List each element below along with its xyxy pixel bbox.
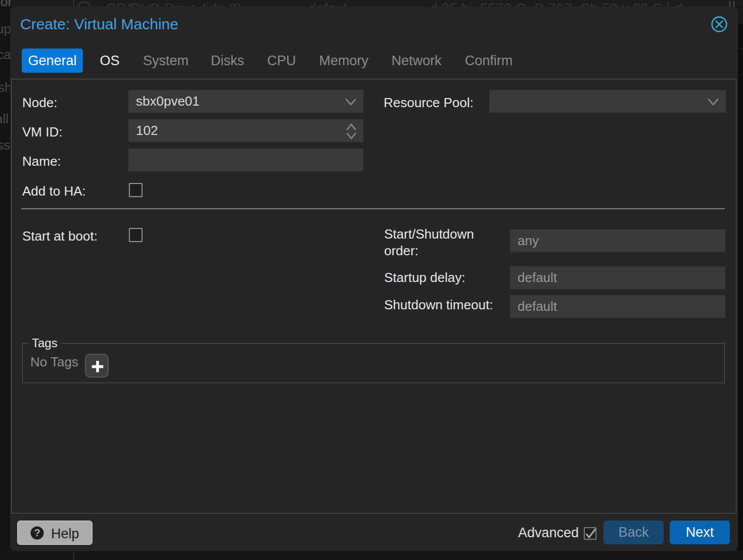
svg-text:?: ?	[34, 527, 40, 538]
